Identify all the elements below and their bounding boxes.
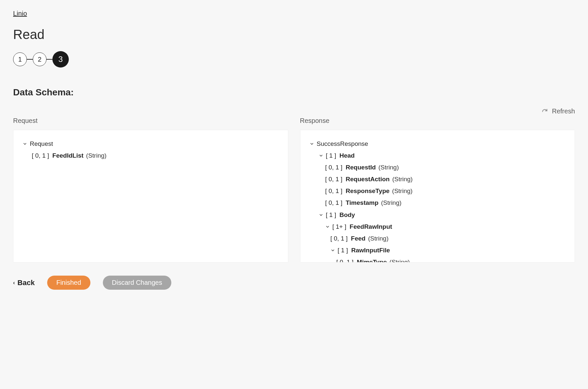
cardinality: [ 0, 1 ] — [325, 173, 343, 185]
chevron-down-icon — [325, 224, 330, 229]
field-name: Head — [339, 150, 354, 162]
tree-leaf-requestid[interactable]: [ 0, 1 ] RequestId (String) — [310, 162, 566, 173]
cardinality: [ 1 ] — [338, 244, 348, 256]
response-column: Response SuccessResponse [ 1 ] Head [ 0,… — [300, 117, 575, 263]
page-title: Read — [13, 27, 575, 42]
field-name: FeedIdList — [52, 150, 84, 162]
field-name: ResponseType — [346, 185, 389, 197]
cardinality: [ 0, 1 ] — [325, 162, 343, 173]
schema-columns: Request Request [ 0, 1 ] FeedIdList (Str… — [13, 117, 575, 263]
tree-node-rawinputfile[interactable]: [ 1 ] RawInputFile — [310, 244, 566, 256]
field-name: RawInputFile — [351, 244, 390, 256]
cardinality: [ 1+ ] — [332, 221, 347, 233]
cardinality: [ 0, 1 ] — [325, 197, 343, 209]
step-connector — [27, 59, 33, 60]
field-name: MimeType — [357, 256, 387, 263]
tree-node-label: Request — [30, 138, 53, 150]
cardinality: [ 0, 1 ] — [336, 256, 354, 263]
step-1[interactable]: 1 — [13, 52, 27, 66]
field-name: Feed — [351, 233, 365, 244]
refresh-label: Refresh — [552, 107, 575, 115]
refresh-icon — [541, 108, 548, 115]
step-2[interactable]: 2 — [33, 52, 47, 66]
tree-leaf-requestaction[interactable]: [ 0, 1 ] RequestAction (String) — [310, 173, 566, 185]
field-name: RequestId — [346, 162, 376, 173]
response-panel: SuccessResponse [ 1 ] Head [ 0, 1 ] Requ… — [300, 130, 575, 263]
field-name: FeedRawInput — [350, 221, 392, 233]
discard-button[interactable]: Discard Changes — [103, 276, 171, 290]
tree-node-head[interactable]: [ 1 ] Head — [310, 150, 566, 162]
chevron-down-icon — [319, 213, 323, 217]
field-type: (String) — [368, 233, 389, 244]
field-type: (String) — [392, 185, 412, 197]
chevron-down-icon — [310, 142, 314, 146]
back-button[interactable]: ‹ Back — [13, 279, 35, 287]
field-name: Body — [339, 209, 355, 221]
step-3[interactable]: 3 — [52, 51, 69, 68]
tree-node-request[interactable]: Request — [23, 138, 279, 150]
field-type: (String) — [381, 197, 401, 209]
step-connector — [47, 59, 52, 60]
field-name: Timestamp — [346, 197, 378, 209]
chevron-down-icon — [23, 142, 27, 146]
request-header: Request — [13, 117, 288, 125]
cardinality: [ 1 ] — [326, 209, 336, 221]
field-type: (String) — [378, 162, 399, 173]
refresh-button[interactable]: Refresh — [13, 107, 575, 115]
cardinality: [ 0, 1 ] — [325, 185, 343, 197]
response-header: Response — [300, 117, 575, 125]
stepper: 1 2 3 — [13, 51, 575, 68]
cardinality: [ 0, 1 ] — [32, 150, 49, 162]
tree-node-feedrawinput[interactable]: [ 1+ ] FeedRawInput — [310, 221, 566, 233]
tree-leaf-timestamp[interactable]: [ 0, 1 ] Timestamp (String) — [310, 197, 566, 209]
field-type: (String) — [389, 256, 410, 263]
request-column: Request Request [ 0, 1 ] FeedIdList (Str… — [13, 117, 288, 263]
cardinality: [ 0, 1 ] — [331, 233, 348, 244]
chevron-left-icon: ‹ — [13, 280, 15, 286]
field-type: (String) — [86, 150, 106, 162]
chevron-down-icon — [331, 248, 335, 253]
tree-leaf-feedidlist[interactable]: [ 0, 1 ] FeedIdList (String) — [23, 150, 279, 162]
tree-node-label: SuccessResponse — [317, 138, 368, 150]
tree-node-successresponse[interactable]: SuccessResponse — [310, 138, 566, 150]
footer-actions: ‹ Back Finished Discard Changes — [13, 276, 575, 290]
field-type: (String) — [392, 173, 412, 185]
field-name: RequestAction — [346, 173, 389, 185]
breadcrumb-link[interactable]: Linio — [13, 10, 27, 17]
tree-leaf-feed[interactable]: [ 0, 1 ] Feed (String) — [310, 233, 566, 244]
back-label: Back — [17, 279, 35, 287]
finished-button[interactable]: Finished — [47, 276, 90, 290]
tree-node-body[interactable]: [ 1 ] Body — [310, 209, 566, 221]
cardinality: [ 1 ] — [326, 150, 336, 162]
request-panel: Request [ 0, 1 ] FeedIdList (String) — [13, 130, 288, 263]
tree-leaf-mimetype[interactable]: [ 0, 1 ] MimeType (String) — [310, 256, 566, 263]
section-title: Data Schema: — [13, 87, 575, 98]
chevron-down-icon — [319, 153, 323, 158]
tree-leaf-responsetype[interactable]: [ 0, 1 ] ResponseType (String) — [310, 185, 566, 197]
